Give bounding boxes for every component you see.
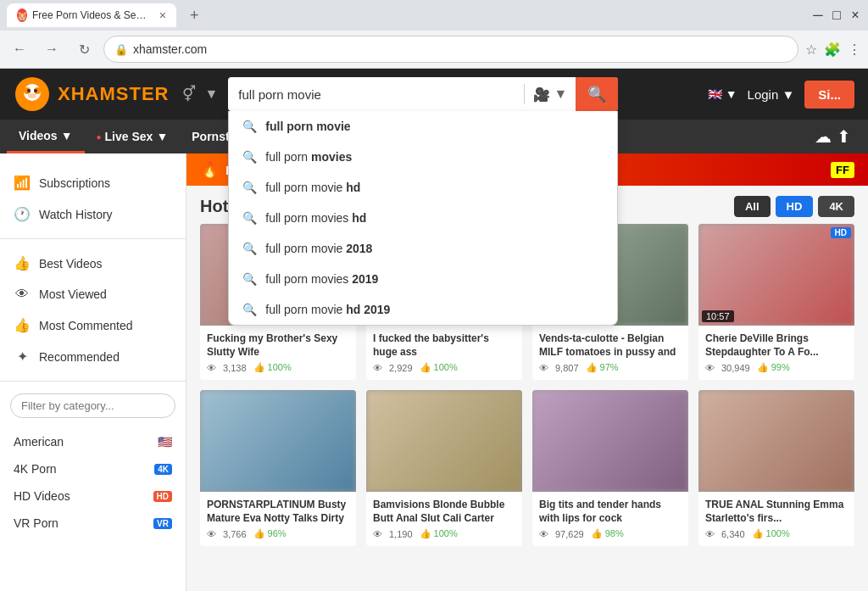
4k-porn-label: 4K Porn [14, 462, 57, 476]
filter-hd-button[interactable]: HD [776, 196, 814, 217]
search-suggestion-5[interactable]: 🔍 full porn movie 2018 [229, 233, 617, 264]
video-thumb-7 [532, 390, 688, 492]
live-dot-icon: ● [97, 132, 102, 142]
tab-close-button[interactable]: × [159, 8, 166, 22]
camera-dropdown-icon: ▼ [554, 86, 567, 102]
sidebar-item-watch-history[interactable]: 🕐 Watch History [0, 198, 186, 230]
views-icon-2: 👁 [373, 363, 382, 373]
video-info-4: Cherie DeVille Brings Stepdaughter To A … [698, 326, 854, 380]
sidebar-item-american[interactable]: American 🇺🇸 [0, 428, 186, 455]
sidebar-item-hd-videos[interactable]: HD Videos HD [0, 482, 186, 510]
sidebar-item-vr-porn[interactable]: VR Porn VR [0, 510, 186, 537]
most-commented-icon: 👍 [14, 317, 31, 333]
suggestion-search-icon: 🔍 [242, 120, 257, 133]
video-views-4: 30,949 [721, 363, 750, 373]
sidebar-item-4k-porn[interactable]: 4K Porn 4K [0, 455, 186, 482]
sidebar-categories-section: American 🇺🇸 4K Porn 4K HD Videos HD VR P… [0, 425, 186, 540]
category-filter-input[interactable] [10, 393, 175, 418]
browser-menu-button[interactable]: ⋮ [848, 42, 861, 58]
sidebar-divider-1 [0, 238, 186, 239]
video-meta-5: 👁 3,766 👍 96% [207, 528, 349, 539]
window-minimize-button[interactable]: ─ [812, 9, 824, 21]
watch-history-label: Watch History [39, 208, 113, 221]
browser-extensions-button[interactable]: 🧩 [824, 42, 841, 58]
views-icon-3: 👁 [539, 363, 548, 373]
video-duration-4: 10:57 [702, 310, 734, 322]
views-icon-7: 👁 [539, 529, 548, 539]
address-input[interactable]: xhamster.com [133, 42, 787, 56]
video-title-1: Fucking my Brother's Sexy Slutty Wife [207, 332, 349, 359]
new-tab-button[interactable]: + [183, 3, 206, 28]
search-suggestion-4[interactable]: 🔍 full porn movies hd [229, 203, 617, 233]
search-suggestion-7[interactable]: 🔍 full porn movie hd 2019 [229, 294, 617, 325]
most-viewed-label: Most Viewed [39, 287, 107, 301]
video-info-6: Bamvisions Blonde Bubble Butt Anal Slut … [366, 492, 522, 546]
video-views-6: 1,190 [389, 529, 413, 539]
logo-icon [14, 75, 51, 113]
suggestion-text: full porn movie [265, 120, 350, 133]
browser-forward-button[interactable]: → [39, 36, 64, 62]
search-suggestion-2[interactable]: 🔍 full porn movies [229, 142, 617, 172]
video-info-1: Fucking my Brother's Sexy Slutty Wife 👁 … [200, 326, 356, 380]
sidebar-item-subscriptions[interactable]: 📶 Subscriptions [0, 167, 186, 198]
filter-all-button[interactable]: All [734, 196, 771, 217]
hot-banner-off-label: FF [831, 162, 854, 178]
browser-star-button[interactable]: ☆ [805, 42, 817, 58]
search-suggestion-3[interactable]: 🔍 full porn movie hd [229, 172, 617, 203]
views-icon-1: 👁 [207, 363, 216, 373]
american-label: American [14, 435, 64, 449]
camera-search-button[interactable]: 🎥 ▼ [525, 86, 576, 103]
gender-dropdown-icon[interactable]: ▼ [204, 86, 218, 102]
suggestion-text: full porn movies hd [265, 211, 366, 225]
video-card-6[interactable]: Bamvisions Blonde Bubble Butt Anal Slut … [366, 390, 522, 546]
4k-badge: 4K [154, 464, 172, 475]
language-button[interactable]: 🇬🇧 ▼ [708, 87, 737, 101]
nav-videos-label: Videos [19, 129, 58, 142]
video-info-5: PORNSTARPLATINUM Busty Mature Eva Notty … [200, 492, 356, 546]
browser-refresh-button[interactable]: ↻ [71, 36, 97, 62]
video-thumbnail-6 [366, 390, 522, 492]
video-info-3: Vends-ta-culotte - Belgian MILF tomatoes… [532, 326, 688, 380]
video-likes-2: 👍 100% [420, 362, 458, 373]
window-close-button[interactable]: × [849, 9, 861, 21]
video-meta-3: 👁 9,807 👍 97% [539, 362, 682, 373]
search-button[interactable]: 🔍 [576, 77, 618, 111]
filter-4k-button[interactable]: 4K [818, 196, 854, 217]
sidebar-item-recommended[interactable]: ✦ Recommended [0, 341, 186, 372]
video-card-5[interactable]: PORNSTARPLATINUM Busty Mature Eva Notty … [200, 390, 356, 546]
filter-buttons: All HD 4K [734, 196, 854, 217]
upload-button[interactable]: ☁ ⬆ [804, 126, 861, 147]
video-card-8[interactable]: TRUE ANAL Stunning Emma Starletto's firs… [698, 390, 854, 546]
search-suggestion-6[interactable]: 🔍 full porn movies 2019 [229, 264, 617, 294]
views-icon-4: 👁 [705, 363, 715, 373]
video-meta-2: 👁 2,929 👍 100% [373, 362, 515, 373]
browser-back-button[interactable]: ← [7, 36, 32, 62]
window-maximize-button[interactable]: □ [831, 9, 843, 21]
svg-point-5 [34, 89, 37, 92]
nav-live-sex-label: Live Sex [105, 130, 153, 143]
video-thumb-6 [366, 390, 522, 492]
sidebar-item-most-viewed[interactable]: 👁 Most Viewed [0, 279, 186, 309]
camera-icon: 🎥 [533, 86, 550, 103]
sidebar-rankings-section: 👍 Best Videos 👁 Most Viewed 👍 Most Comme… [0, 244, 186, 376]
search-wrapper: full porn movie 🎥 ▼ 🔍 🔍 full porn movie … [228, 77, 618, 111]
views-icon-8: 👁 [705, 529, 715, 539]
video-card-4[interactable]: 10:57 HD Cherie DeVille Brings Stepdaugh… [698, 224, 854, 380]
suggestion-text: full porn movies 2019 [265, 272, 378, 286]
login-button[interactable]: Login ▼ [748, 87, 795, 102]
search-suggestion-1[interactable]: 🔍 full porn movie [229, 111, 617, 142]
search-input[interactable]: full porn movie [228, 81, 524, 109]
signup-button[interactable]: Si... [804, 81, 854, 109]
nav-item-videos[interactable]: Videos ▼ [7, 120, 85, 153]
nav-item-live-sex[interactable]: ● Live Sex ▼ [85, 120, 181, 153]
video-likes-7: 👍 98% [591, 528, 624, 539]
video-meta-1: 👁 3,138 👍 100% [207, 362, 349, 373]
video-title-5: PORNSTARPLATINUM Busty Mature Eva Notty … [207, 499, 349, 525]
svg-point-6 [28, 93, 36, 98]
browser-tab[interactable]: 🐹 Free Porn Videos & Sex Tube Mo... × [7, 3, 176, 27]
video-card-7[interactable]: Big tits and tender hands with lips for … [532, 390, 688, 546]
video-title-6: Bamvisions Blonde Bubble Butt Anal Slut … [373, 499, 515, 525]
nav-live-sex-dropdown-icon: ▼ [156, 130, 168, 143]
sidebar-item-best-videos[interactable]: 👍 Best Videos [0, 248, 186, 279]
sidebar-item-most-commented[interactable]: 👍 Most Commented [0, 309, 186, 341]
